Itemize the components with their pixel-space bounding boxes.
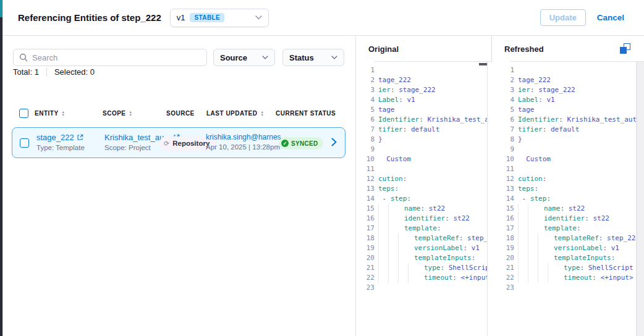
- code-text: - step:: [378, 194, 411, 204]
- line-number: 22: [361, 273, 375, 283]
- code-line: 10 Custom: [361, 154, 487, 164]
- indent-guide: [518, 243, 528, 253]
- code-text: templateRef: step_222: [414, 233, 487, 243]
- code-text: }: [518, 135, 522, 145]
- indent-guide: [378, 253, 388, 263]
- indent-guide: [388, 253, 398, 263]
- code-text: timeout: <+input>: [564, 273, 633, 283]
- indent-guide: [538, 253, 548, 263]
- code-line: 12cution:: [361, 174, 487, 184]
- code-line: 19versionLabel: v1: [361, 243, 487, 253]
- column-header-last-updated[interactable]: LAST UPDATED ▲▼: [206, 110, 264, 117]
- code-line: 16identifier: st22: [501, 214, 636, 224]
- original-pane-header: Original: [356, 36, 492, 62]
- refreshed-code-editor[interactable]: 12tage_2223ier: stage_2224Label: v15tage…: [501, 62, 637, 336]
- sort-icon[interactable]: ▲▼: [260, 111, 264, 116]
- line-number: 14: [361, 194, 375, 204]
- code-line: 21type: ShellScript: [361, 263, 487, 273]
- code-text: Label: v1: [518, 95, 555, 105]
- column-header-entity[interactable]: ENTITY ▲▼: [35, 110, 66, 117]
- indent-guide: [528, 253, 538, 263]
- code-text: teps:: [378, 184, 399, 194]
- line-number: 20: [501, 253, 514, 263]
- column-header-scope[interactable]: SCOPE ▲▼: [103, 110, 132, 117]
- code-line: 8}: [501, 135, 636, 145]
- search-input[interactable]: [32, 53, 201, 62]
- code-line: 13teps:: [501, 184, 636, 194]
- code-text: tage: [518, 105, 535, 115]
- indent-guide: [398, 273, 408, 283]
- indent-guide: [538, 233, 548, 243]
- scrollbar-thumb[interactable]: [479, 63, 487, 65]
- indent-guide: [518, 253, 528, 263]
- cancel-button[interactable]: Cancel: [597, 13, 624, 22]
- indent-guide: [518, 273, 528, 283]
- original-code-editor[interactable]: 12tage_2223ier: stage_2224Label: v15tage…: [361, 62, 488, 336]
- code-line: 17template:: [361, 224, 487, 233]
- code-text: templateRef: step_222: [554, 233, 636, 243]
- scrollbar-track[interactable]: [637, 62, 644, 336]
- sort-icon[interactable]: ▲▼: [62, 111, 66, 116]
- referencing-entities-modal: Referencing Entities of step_222 v1 STAB…: [2, 0, 644, 336]
- indent-guide: [548, 273, 557, 283]
- line-number: 1: [361, 65, 375, 75]
- search-box[interactable]: [13, 49, 207, 66]
- indent-guide: [378, 224, 388, 233]
- line-number: 16: [361, 214, 375, 224]
- code-text: versionLabel: v1: [554, 243, 619, 253]
- copy-icon[interactable]: [620, 43, 630, 54]
- line-number: 17: [501, 224, 514, 233]
- line-number: 16: [501, 214, 514, 224]
- indent-guide: [388, 273, 398, 283]
- code-text: name: st22: [404, 204, 445, 214]
- chevron-down-icon: [262, 56, 268, 59]
- source-filter-select[interactable]: Source: [213, 49, 275, 66]
- select-all-checkbox[interactable]: [19, 109, 28, 118]
- chevron-right-icon[interactable]: [331, 138, 337, 146]
- code-line: 10 Custom: [501, 154, 636, 164]
- indent-guide: [398, 263, 408, 273]
- line-number: 17: [361, 224, 375, 233]
- indent-guide: [518, 233, 528, 243]
- line-number: 15: [361, 204, 375, 214]
- line-number: 5: [501, 105, 514, 115]
- entity-link[interactable]: stage_222: [36, 133, 74, 142]
- external-link-icon[interactable]: [77, 134, 83, 141]
- status-filter-select[interactable]: Status: [282, 49, 344, 66]
- line-number: 19: [501, 243, 514, 253]
- indent-guide: [528, 273, 538, 283]
- repository-icon: ⟳: [164, 140, 169, 148]
- version-select[interactable]: v1 STABLE: [170, 9, 269, 27]
- code-line: 4Label: v1: [501, 95, 636, 105]
- indent-guide: [528, 243, 538, 253]
- indent-guide: [388, 233, 398, 243]
- code-line: 4Label: v1: [361, 95, 487, 105]
- line-number: 12: [361, 174, 375, 184]
- table-row[interactable]: stage_222 Type: Template Krishika_test_a…: [12, 127, 345, 158]
- code-text: type: ShellScript: [424, 263, 487, 273]
- code-text: ier: stage_222: [378, 85, 436, 95]
- code-text: - step:: [518, 194, 551, 204]
- line-number: 21: [361, 263, 375, 273]
- code-line: 21type: ShellScript: [501, 263, 636, 273]
- code-line: 6Identifier: Krishika_test_aut: [361, 115, 487, 125]
- row-checkbox[interactable]: [20, 138, 29, 148]
- line-number: 9: [361, 145, 375, 154]
- source-filter-label: Source: [220, 53, 247, 62]
- code-text: Identifier: Krishika_test_aut: [378, 115, 487, 125]
- code-line: 11: [361, 164, 487, 174]
- chevron-down-icon: [255, 15, 262, 20]
- code-text: cution:: [378, 174, 407, 184]
- sort-icon[interactable]: ▲▼: [129, 111, 133, 116]
- indent-guide: [378, 243, 388, 253]
- code-line: 15name: st22: [501, 204, 636, 214]
- code-text: teps:: [518, 184, 538, 194]
- code-text: cution:: [518, 174, 546, 184]
- update-button[interactable]: Update: [540, 9, 586, 26]
- line-number: 7: [501, 125, 514, 135]
- code-line: 23: [361, 283, 487, 293]
- line-number: 1: [501, 65, 514, 75]
- code-line: 3ier: stage_222: [361, 85, 487, 95]
- code-line: 7tifier: default: [361, 125, 487, 135]
- status-filter-label: Status: [289, 53, 314, 62]
